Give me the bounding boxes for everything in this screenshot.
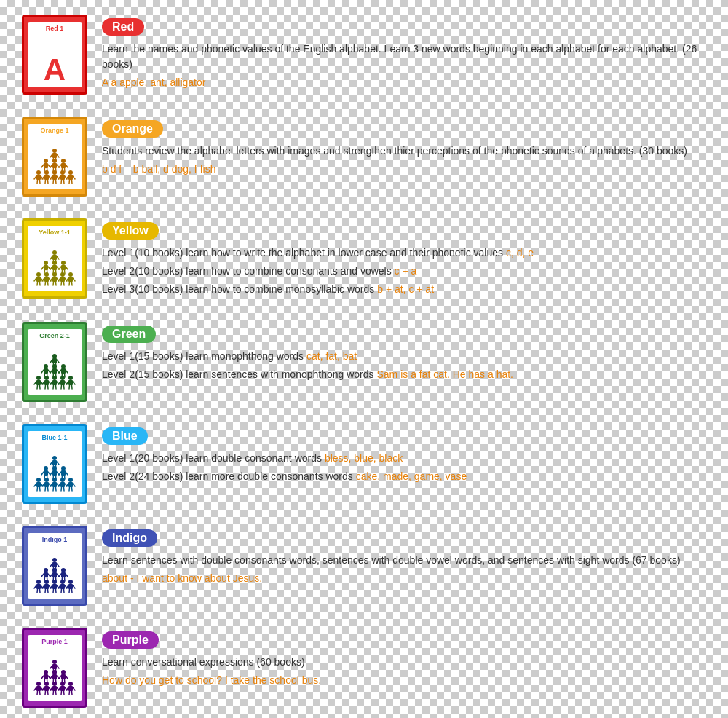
desc-line-blue-1: Level 2(24 books) learn more double cons…: [102, 469, 706, 484]
svg-rect-163: [52, 460, 57, 465]
svg-line-314: [58, 687, 60, 690]
svg-rect-79: [36, 277, 41, 282]
svg-line-304: [45, 691, 46, 695]
svg-point-12: [52, 159, 57, 163]
level-content-orange: OrangeStudents review the alphabet lette…: [102, 117, 706, 177]
svg-rect-61: [44, 265, 48, 270]
book-cover-blue[interactable]: Blue 1-1: [22, 424, 87, 504]
svg-line-104: [66, 278, 68, 281]
svg-rect-97: [60, 277, 65, 282]
svg-line-94: [53, 282, 54, 285]
svg-point-282: [52, 670, 57, 674]
svg-point-318: [68, 682, 73, 686]
svg-point-228: [52, 568, 57, 572]
svg-line-196: [45, 487, 46, 491]
svg-line-267: [73, 585, 75, 588]
svg-rect-199: [52, 482, 57, 487]
svg-rect-127: [61, 368, 66, 374]
svg-line-317: [63, 691, 64, 695]
svg-point-108: [52, 354, 57, 358]
book-cover-red[interactable]: Red 1 A: [22, 15, 87, 95]
svg-line-215: [71, 487, 72, 491]
svg-line-278: [41, 676, 44, 679]
svg-rect-49: [68, 175, 73, 180]
svg-line-280: [44, 679, 45, 683]
svg-line-212: [66, 484, 68, 486]
svg-line-82: [37, 282, 38, 285]
svg-line-165: [57, 462, 59, 465]
svg-point-78: [36, 272, 41, 277]
svg-line-291: [66, 676, 68, 679]
svg-line-142: [45, 385, 46, 389]
svg-rect-223: [44, 572, 48, 577]
svg-point-132: [36, 376, 41, 380]
book-cover-purple[interactable]: Purple 1: [22, 628, 87, 708]
svg-rect-55: [52, 255, 57, 260]
svg-rect-271: [52, 664, 57, 669]
level-badge-red[interactable]: Red: [102, 18, 144, 36]
cover-label: Orange 1: [40, 127, 68, 135]
svg-point-168: [44, 466, 48, 470]
svg-line-203: [55, 487, 56, 491]
svg-point-216: [52, 558, 57, 562]
svg-line-321: [73, 687, 75, 690]
svg-rect-283: [52, 674, 57, 679]
svg-line-110: [50, 360, 52, 363]
svg-line-230: [50, 574, 52, 577]
level-badge-yellow[interactable]: Yellow: [102, 222, 159, 240]
svg-rect-91: [52, 277, 57, 282]
level-content-purple: PurpleLearn conversational expressions (…: [102, 628, 706, 688]
svg-line-248: [42, 585, 44, 588]
svg-line-262: [61, 589, 62, 593]
svg-line-273: [57, 666, 59, 668]
book-cover-orange[interactable]: Orange 1: [22, 117, 87, 197]
svg-point-198: [52, 478, 57, 482]
svg-point-252: [52, 580, 57, 584]
svg-point-270: [52, 660, 57, 664]
svg-line-26: [34, 176, 36, 179]
cover-label: Green 2-1: [39, 333, 70, 340]
level-badge-green[interactable]: Green: [102, 326, 156, 343]
svg-point-138: [44, 376, 49, 380]
level-badge-purple[interactable]: Purple: [102, 631, 159, 649]
svg-line-34: [45, 180, 46, 184]
svg-line-290: [59, 676, 61, 679]
svg-point-84: [44, 272, 49, 277]
svg-line-68: [50, 267, 52, 269]
cover-label: Blue 1-1: [41, 435, 67, 442]
svg-line-148: [53, 385, 54, 389]
svg-rect-289: [61, 674, 66, 679]
svg-rect-25: [36, 175, 41, 180]
svg-line-299: [39, 691, 40, 695]
svg-line-190: [37, 487, 38, 491]
svg-line-154: [61, 385, 62, 389]
svg-line-80: [34, 278, 36, 281]
svg-line-50: [66, 176, 68, 179]
svg-point-222: [44, 568, 48, 572]
svg-line-28: [37, 180, 38, 184]
svg-line-296: [34, 687, 36, 690]
svg-line-257: [55, 589, 56, 593]
svg-line-213: [73, 484, 75, 486]
book-cover-green[interactable]: Green 2-1: [22, 322, 87, 402]
svg-line-10: [44, 168, 45, 172]
level-badge-indigo[interactable]: Indigo: [102, 529, 157, 547]
level-badge-orange[interactable]: Orange: [102, 120, 163, 138]
svg-rect-85: [44, 277, 49, 282]
svg-rect-7: [44, 163, 48, 168]
svg-line-62: [41, 267, 44, 269]
svg-point-102: [68, 272, 73, 277]
svg-line-266: [66, 585, 68, 588]
book-cover-indigo[interactable]: Indigo 1: [22, 526, 87, 606]
example-indigo: about - I want to know about Jesus.: [102, 571, 706, 586]
svg-line-323: [71, 691, 72, 695]
svg-rect-259: [60, 584, 65, 589]
svg-rect-265: [68, 584, 73, 589]
svg-point-300: [44, 682, 49, 686]
level-badge-blue[interactable]: Blue: [102, 427, 148, 445]
book-cover-yellow[interactable]: Yellow 1-1: [22, 218, 87, 299]
svg-line-185: [64, 476, 65, 479]
svg-line-100: [61, 282, 62, 285]
desc-line-indigo-0: Learn sentences with double consonants w…: [102, 553, 706, 568]
svg-line-56: [50, 256, 52, 259]
